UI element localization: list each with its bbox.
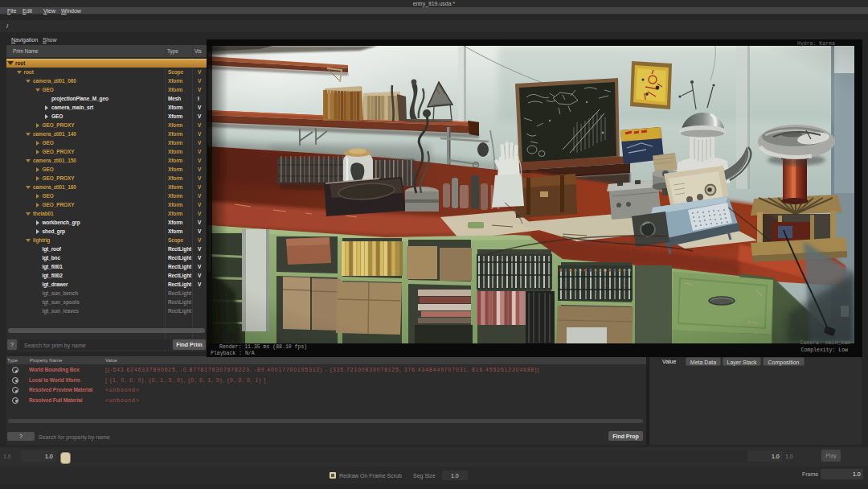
- svg-text:Render: 11.35 ms (88.10 fps): Render: 11.35 ms (88.10 fps): [219, 344, 307, 350]
- svg-text:Complexity: Low: Complexity: Low: [800, 347, 848, 353]
- svg-text:Playback : N/A: Playback : N/A: [211, 351, 255, 356]
- svg-text:Hydra: Karma: Hydra: Karma: [797, 41, 835, 47]
- svg-text:Camera: main_cam: Camera: main_cam: [800, 340, 851, 346]
